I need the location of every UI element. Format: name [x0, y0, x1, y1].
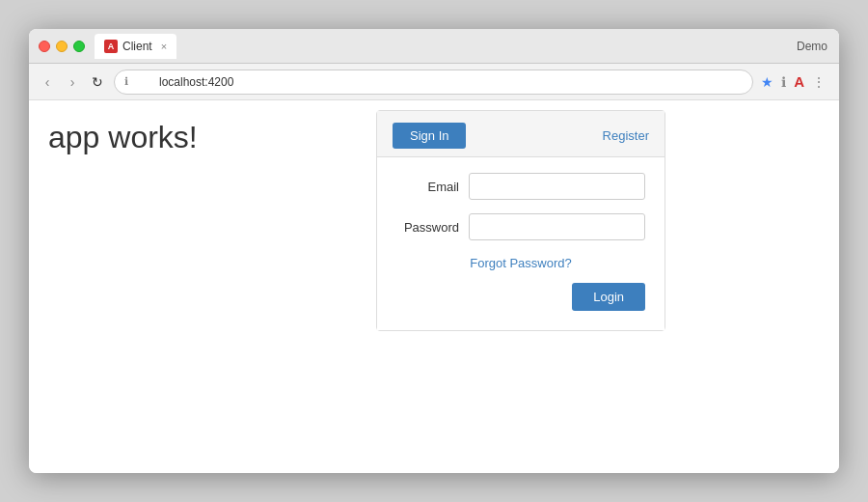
url-bar[interactable]: ℹ localhost:4200	[114, 70, 753, 95]
title-bar-profile: Demo	[797, 40, 827, 53]
forgot-password-row: Forgot Password?	[396, 254, 645, 271]
minimize-button[interactable]	[56, 41, 68, 52]
info-icon[interactable]: ℹ	[781, 74, 786, 90]
address-right-icons: ★ ℹ A ⋮	[761, 73, 826, 90]
signin-tab[interactable]: Sign In	[393, 123, 466, 149]
bookmark-icon[interactable]: ★	[761, 74, 773, 90]
reload-button[interactable]: ↻	[89, 73, 106, 91]
app-headline: app works!	[48, 120, 198, 155]
email-label: Email	[396, 180, 459, 194]
back-button[interactable]: ‹	[39, 73, 56, 91]
password-form-group: Password	[396, 213, 645, 240]
lock-icon: ℹ	[124, 75, 128, 88]
traffic-lights	[39, 41, 85, 52]
email-input[interactable]	[469, 173, 645, 200]
login-button[interactable]: Login	[572, 283, 645, 311]
browser-tab[interactable]: A Client ×	[95, 34, 176, 59]
angular-icon[interactable]: A	[794, 73, 804, 90]
title-bar: A Client × Demo	[29, 29, 839, 64]
tab-title: Client	[122, 40, 152, 53]
login-card: Sign In Register Email Password Forgot P…	[376, 110, 665, 331]
page-content: app works! Sign In Register Email Passwo…	[29, 100, 839, 473]
tab-bar: A Client ×	[95, 34, 829, 59]
forward-button[interactable]: ›	[64, 73, 81, 91]
browser-window: A Client × Demo ‹ › ↻ ℹ localhost:4200 ★…	[29, 29, 839, 473]
close-button[interactable]	[39, 41, 50, 52]
password-label: Password	[396, 220, 459, 235]
address-bar: ‹ › ↻ ℹ localhost:4200 ★ ℹ A ⋮	[29, 64, 839, 100]
login-button-row: Login	[396, 283, 645, 311]
email-form-group: Email	[396, 173, 645, 200]
card-body: Email Password Forgot Password? Login	[377, 157, 665, 330]
tab-close-icon[interactable]: ×	[161, 41, 167, 52]
register-tab[interactable]: Register	[603, 128, 649, 143]
maximize-button[interactable]	[73, 41, 85, 52]
url-text: localhost:4200	[144, 75, 233, 89]
card-tab-bar: Sign In Register	[377, 111, 665, 157]
password-input[interactable]	[469, 213, 645, 240]
angular-tab-icon: A	[104, 40, 118, 53]
more-icon[interactable]: ⋮	[812, 74, 826, 90]
forgot-password-link[interactable]: Forgot Password?	[470, 256, 572, 270]
